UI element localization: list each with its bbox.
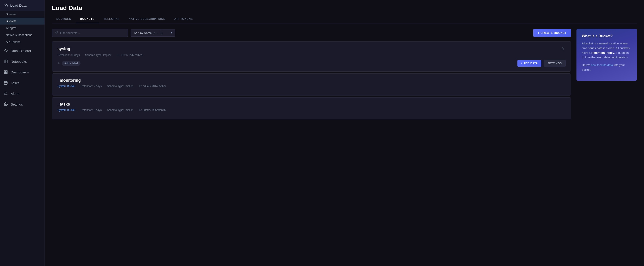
sidebar-nav-label: Tasks [11, 81, 19, 85]
bucket-id: ID: 80a9c33f06d9bb45 [139, 109, 166, 112]
bucket-card: syslog 🗑 Retention: 30 days Schema Type:… [52, 41, 571, 72]
dashboard-icon [4, 70, 8, 74]
bucket-name: _tasks [58, 102, 70, 107]
buckets-list: Sort by Name (A → Z) ▾ + CREATE BUCKET s… [52, 29, 571, 261]
search-box[interactable] [52, 29, 128, 37]
main-content: Load Data SOURCES BUCKETS TELEGRAF NATIV… [45, 0, 644, 266]
info-panel-description: A bucket is a named location where time … [582, 41, 632, 60]
sidebar-nav-label: Dashboards [11, 70, 29, 74]
tab-buckets[interactable]: BUCKETS [76, 15, 99, 23]
sidebar-nav-label: Data Explorer [11, 49, 31, 53]
tasks-icon [4, 81, 8, 85]
label-area: + Add a label [58, 61, 80, 66]
search-icon [55, 31, 58, 35]
sidebar-item-api-tokens[interactable]: API Tokens [0, 38, 44, 45]
how-to-write-data-link[interactable]: how to write data [591, 63, 613, 67]
search-input[interactable] [60, 31, 124, 35]
upload-icon [4, 3, 8, 7]
sidebar-item-alerts[interactable]: Alerts [0, 88, 44, 99]
svg-rect-1 [4, 60, 8, 63]
bucket-schema-type: Schema Type: Implicit [85, 54, 111, 57]
tab-sources[interactable]: SOURCES [52, 15, 76, 23]
system-bucket-badge: System Bucket [58, 85, 75, 88]
sidebar-section-label: Load Data [10, 3, 26, 7]
svg-point-13 [5, 104, 6, 105]
tabs: SOURCES BUCKETS TELEGRAF NATIVE SUBSCRIP… [52, 15, 637, 23]
chevron-down-icon: ▾ [170, 31, 172, 34]
sidebar-item-dashboards[interactable]: Dashboards [0, 67, 44, 77]
settings-icon [4, 102, 8, 107]
delete-icon[interactable]: 🗑 [560, 46, 566, 52]
svg-rect-6 [6, 71, 8, 72]
bucket-retention: Retention: 7 days [81, 85, 102, 88]
bucket-meta: System Bucket Retention: 3 days Schema T… [58, 109, 566, 112]
create-bucket-button[interactable]: + CREATE BUCKET [533, 29, 571, 37]
svg-line-15 [58, 33, 58, 34]
bucket-actions: + ADD DATA SETTINGS [518, 60, 566, 67]
bucket-id: ID: 011921e477ff3729 [117, 54, 143, 57]
bucket-card-header: syslog 🗑 [58, 46, 566, 52]
alerts-icon [4, 91, 8, 96]
bucket-schema-type: Schema Type: Implicit [107, 109, 133, 112]
main-header: Load Data SOURCES BUCKETS TELEGRAF NATIV… [45, 0, 644, 23]
sort-dropdown[interactable]: Sort by Name (A → Z) ▾ [130, 29, 175, 37]
add-label-button[interactable]: Add a label [62, 61, 80, 66]
sidebar-item-settings[interactable]: Settings [0, 99, 44, 110]
content-area: Sort by Name (A → Z) ▾ + CREATE BUCKET s… [45, 23, 644, 266]
sort-label: Sort by Name (A → Z) [134, 31, 162, 35]
toolbar: Sort by Name (A → Z) ▾ + CREATE BUCKET [52, 29, 571, 37]
svg-rect-5 [4, 71, 5, 72]
page-title: Load Data [52, 4, 637, 12]
bucket-name: _monitoring [58, 78, 81, 83]
sidebar-item-native-subscriptions[interactable]: Native Subscriptions [0, 31, 44, 38]
svg-rect-7 [6, 73, 8, 74]
bucket-meta: Retention: 30 days Schema Type: Implicit… [58, 54, 566, 57]
bucket-card: _monitoring System Bucket Retention: 7 d… [52, 73, 571, 96]
add-label-plus[interactable]: + [58, 61, 60, 66]
bucket-retention: Retention: 3 days [81, 109, 102, 112]
sidebar-nav-label: Settings [11, 102, 23, 106]
svg-point-14 [56, 31, 58, 33]
bucket-card-header: _tasks [58, 102, 566, 107]
bucket-name: syslog [58, 47, 70, 51]
sidebar-nav-label: Alerts [11, 92, 19, 96]
sidebar-item-tasks[interactable]: Tasks [0, 77, 44, 88]
sidebar-item-telegraf[interactable]: Telegraf [0, 24, 44, 31]
bucket-retention: Retention: 30 days [58, 54, 80, 57]
tab-telegraf[interactable]: TELEGRAF [99, 15, 124, 23]
add-data-button[interactable]: + ADD DATA [518, 60, 542, 67]
notebook-icon [4, 59, 8, 64]
chart-icon [4, 48, 8, 53]
bucket-id: ID: ed6a3e781435dbac [139, 85, 166, 88]
sidebar-item-data-explorer[interactable]: Data Explorer [0, 45, 44, 56]
settings-button[interactable]: SETTINGS [544, 60, 566, 67]
bucket-card-header: _monitoring [58, 78, 566, 83]
svg-rect-9 [4, 81, 8, 85]
tab-native-subscriptions[interactable]: NATIVE SUBSCRIPTIONS [124, 15, 170, 23]
info-panel: What is a Bucket? A bucket is a named lo… [576, 29, 637, 81]
sidebar-sub-items: Sources Buckets Telegraf Native Subscrip… [0, 11, 44, 45]
svg-rect-8 [4, 73, 5, 74]
sidebar-nav-label: Notebooks [11, 60, 27, 63]
sidebar-item-load-data[interactable]: Load Data [0, 0, 44, 11]
info-panel-title: What is a Bucket? [582, 34, 632, 38]
bucket-card: _tasks System Bucket Retention: 3 days S… [52, 97, 571, 119]
bucket-schema-type: Schema Type: Implicit [107, 85, 133, 88]
sidebar-item-buckets[interactable]: Buckets [0, 18, 44, 24]
system-bucket-badge: System Bucket [58, 109, 75, 112]
info-panel-link-area: Here's how to write data into your bucke… [582, 63, 632, 72]
sidebar-item-notebooks[interactable]: Notebooks [0, 56, 44, 67]
bucket-meta: System Bucket Retention: 7 days Schema T… [58, 85, 566, 88]
sidebar-item-sources[interactable]: Sources [0, 11, 44, 18]
sidebar: Load Data Sources Buckets Telegraf Nativ… [0, 0, 45, 266]
tab-api-tokens[interactable]: API TOKENS [170, 15, 198, 23]
